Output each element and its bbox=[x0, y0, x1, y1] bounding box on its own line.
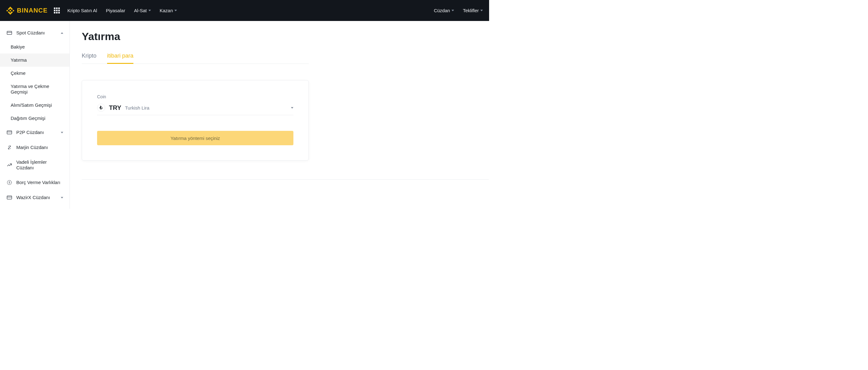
section-divider bbox=[82, 179, 489, 180]
chevron-down-icon bbox=[175, 10, 177, 11]
sidebar-lending-label: Borç Verme Varlıkları bbox=[16, 180, 60, 185]
nav-left: Kripto Satın Al Piyasalar Al-Sat Kazan bbox=[67, 8, 177, 13]
chevron-down-icon bbox=[480, 10, 483, 11]
chevron-up-icon bbox=[61, 32, 63, 34]
binance-logo-icon bbox=[6, 7, 14, 15]
wallet-icon bbox=[6, 30, 12, 36]
margin-icon bbox=[6, 144, 12, 151]
nav-earn[interactable]: Kazan bbox=[160, 8, 177, 13]
sidebar-item-wazirx[interactable]: WazirX Cüzdanı bbox=[0, 190, 69, 205]
svg-text:$: $ bbox=[9, 181, 10, 184]
tab-crypto[interactable]: Kripto bbox=[82, 53, 96, 64]
sidebar-item-withdraw[interactable]: Çekme bbox=[0, 67, 69, 80]
sidebar-futures-label: Vadeli İşlemler Cüzdanı bbox=[16, 159, 63, 171]
sidebar-item-balance[interactable]: Bakiye bbox=[0, 40, 69, 54]
coin-label: Coin bbox=[97, 94, 293, 99]
futures-icon bbox=[6, 162, 12, 168]
select-deposit-method-button[interactable]: Yatırma yöntemi seçiniz bbox=[97, 131, 293, 145]
wallet-icon bbox=[6, 194, 12, 201]
coin-name: Turkish Lira bbox=[125, 105, 149, 111]
tab-fiat[interactable]: itibari para bbox=[107, 53, 133, 64]
svg-rect-6 bbox=[7, 196, 12, 199]
sidebar-spot-label: Spot Cüzdanı bbox=[16, 30, 45, 36]
chevron-down-icon bbox=[291, 107, 293, 109]
coin-code: TRY bbox=[109, 104, 121, 112]
apps-grid-icon[interactable] bbox=[54, 7, 60, 13]
wallet-icon bbox=[6, 129, 12, 135]
deposit-card: Coin ₺ TRY Turkish Lira Yatırma yöntemi … bbox=[82, 80, 309, 161]
sidebar-dist-history-label: Dağıtım Geçmişi bbox=[11, 116, 45, 121]
tab-fiat-label: itibari para bbox=[107, 53, 133, 59]
sidebar-item-deposit[interactable]: Yatırma bbox=[0, 54, 69, 67]
sidebar-item-lending[interactable]: $ Borç Verme Varlıkları bbox=[0, 175, 69, 190]
nav-buy-crypto[interactable]: Kripto Satın Al bbox=[67, 8, 97, 13]
page-title: Yatırma bbox=[82, 30, 489, 42]
logo[interactable]: BINANCE bbox=[6, 7, 48, 15]
sidebar-p2p-label: P2P Cüzdanı bbox=[16, 130, 44, 135]
nav-markets[interactable]: Piyasalar bbox=[106, 8, 125, 13]
sidebar-item-futures[interactable]: Vadeli İşlemler Cüzdanı bbox=[0, 155, 69, 175]
chevron-down-icon bbox=[61, 132, 63, 133]
svg-rect-2 bbox=[7, 131, 12, 134]
deposit-tabs: Kripto itibari para bbox=[82, 53, 309, 64]
coin-select[interactable]: ₺ TRY Turkish Lira bbox=[97, 102, 293, 115]
logo-text: BINANCE bbox=[17, 7, 48, 14]
lending-icon: $ bbox=[6, 179, 12, 186]
svg-rect-0 bbox=[7, 31, 12, 35]
nav-offers[interactable]: Teklifler bbox=[463, 8, 483, 13]
sidebar-margin-label: Marjin Cüzdanı bbox=[16, 145, 48, 150]
nav-buy-label: Kripto Satın Al bbox=[67, 8, 97, 13]
nav-right: Cüzdan Teklifler bbox=[434, 8, 483, 13]
sidebar-balance-label: Bakiye bbox=[11, 44, 25, 50]
sidebar: Spot Cüzdanı Bakiye Yatırma Çekme Yatırm… bbox=[0, 21, 70, 209]
nav-markets-label: Piyasalar bbox=[106, 8, 125, 13]
coin-currency-icon: ₺ bbox=[97, 103, 105, 112]
sidebar-withdraw-label: Çekme bbox=[11, 70, 26, 76]
nav-offers-label: Teklifler bbox=[463, 8, 479, 13]
chevron-down-icon bbox=[452, 10, 454, 11]
main-content: Yatırma Kripto itibari para Coin ₺ TRY T… bbox=[70, 21, 489, 209]
sidebar-dw-history-label: Yatırma ve Çekme Geçmişi bbox=[11, 84, 63, 95]
tab-crypto-label: Kripto bbox=[82, 53, 96, 59]
nav-trade[interactable]: Al-Sat bbox=[134, 8, 151, 13]
sidebar-item-trade-history[interactable]: Alım/Satım Geçmişi bbox=[0, 99, 69, 112]
nav-wallet-label: Cüzdan bbox=[434, 8, 450, 13]
sidebar-item-distribution-history[interactable]: Dağıtım Geçmişi bbox=[0, 112, 69, 125]
top-header: BINANCE Kripto Satın Al Piyasalar Al-Sat… bbox=[0, 0, 489, 21]
sidebar-item-spot[interactable]: Spot Cüzdanı bbox=[0, 25, 69, 40]
sidebar-item-p2p[interactable]: P2P Cüzdanı bbox=[0, 125, 69, 140]
chevron-down-icon bbox=[148, 10, 151, 11]
chevron-down-icon bbox=[61, 197, 63, 198]
nav-earn-label: Kazan bbox=[160, 8, 173, 13]
sidebar-item-margin[interactable]: Marjin Cüzdanı bbox=[0, 140, 69, 155]
sidebar-item-dw-history[interactable]: Yatırma ve Çekme Geçmişi bbox=[0, 80, 69, 99]
sidebar-wazirx-label: WazirX Cüzdanı bbox=[16, 195, 50, 201]
nav-trade-label: Al-Sat bbox=[134, 8, 147, 13]
sidebar-trade-history-label: Alım/Satım Geçmişi bbox=[11, 102, 52, 108]
nav-wallet[interactable]: Cüzdan bbox=[434, 8, 454, 13]
sidebar-deposit-label: Yatırma bbox=[11, 57, 27, 63]
